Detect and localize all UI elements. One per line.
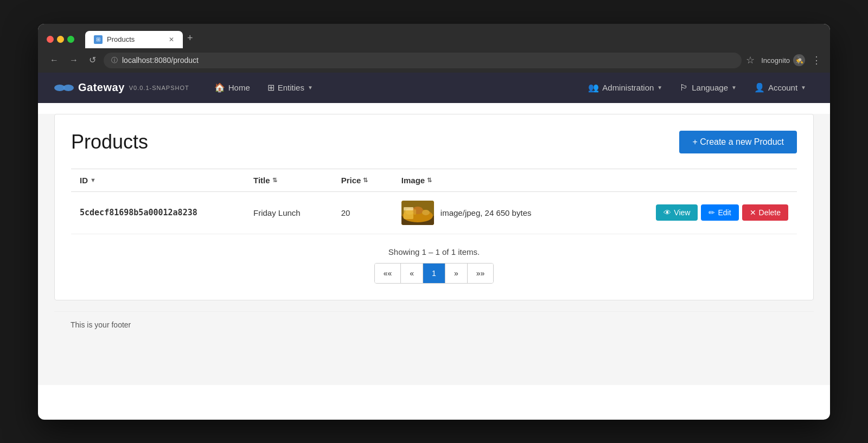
next-page-button[interactable]: » <box>445 264 468 283</box>
col-header-price[interactable]: Price ⇅ <box>333 169 393 191</box>
account-chevron-icon: ▼ <box>801 85 806 91</box>
incognito-label: Incognito <box>761 56 790 65</box>
last-page-button[interactable]: »» <box>468 264 494 283</box>
entities-icon: ⊞ <box>267 82 275 93</box>
cell-title: Friday Lunch <box>245 191 333 234</box>
col-header-id[interactable]: ID ▼ <box>71 169 245 191</box>
reload-button[interactable]: ↺ <box>86 54 99 67</box>
incognito-badge: Incognito 🕵 <box>761 54 805 66</box>
language-icon: 🏳 <box>680 83 688 93</box>
page-header: Products + Create a new Product <box>71 131 797 153</box>
table-header-row: ID ▼ Title ⇅ Price <box>71 169 797 191</box>
image-cell: image/jpeg, 24 650 bytes <box>401 201 585 225</box>
edit-button[interactable]: ✏ Edit <box>701 204 738 221</box>
administration-icon: 👥 <box>588 82 599 93</box>
nav-item-administration[interactable]: 👥 Administration ▼ <box>580 78 670 97</box>
browser-titlebar: ⊞ Products ✕ + <box>38 24 830 48</box>
price-sort-control[interactable]: Price ⇅ <box>341 176 368 185</box>
prev-page-button[interactable]: « <box>401 264 423 283</box>
create-product-button[interactable]: + Create a new Product <box>679 131 797 153</box>
security-icon: ⓘ <box>111 56 118 65</box>
image-info-text: image/jpeg, 24 650 bytes <box>441 208 532 217</box>
administration-chevron-icon: ▼ <box>657 85 662 91</box>
page-inner: Products + Create a new Product ID ▼ <box>54 114 814 300</box>
nav-language-label: Language <box>692 83 728 92</box>
table-body: 5cdecf81698b5a00012a8238 Friday Lunch 20 <box>71 191 797 234</box>
data-table: ID ▼ Title ⇅ Price <box>71 169 797 234</box>
page-footer: This is your footer <box>54 311 814 338</box>
menu-icon[interactable]: ⋮ <box>812 54 821 66</box>
minimize-traffic-light[interactable] <box>57 36 64 43</box>
cell-price: 20 <box>333 191 393 234</box>
first-page-button[interactable]: «« <box>375 264 401 283</box>
traffic-lights <box>47 36 74 43</box>
address-bar[interactable]: ⓘ localhost:8080/product <box>104 53 742 68</box>
col-header-actions <box>593 169 797 191</box>
browser-chrome: ⊞ Products ✕ + ← → ↺ ⓘ localhost:8080/pr… <box>38 24 830 73</box>
url-display: localhost:8080/product <box>122 56 199 65</box>
title-sort-arrow: ⇅ <box>272 177 277 184</box>
svg-point-1 <box>63 85 74 91</box>
tab-close-button[interactable]: ✕ <box>169 36 174 43</box>
table-header: ID ▼ Title ⇅ Price <box>71 169 797 191</box>
nav-right: 👥 Administration ▼ 🏳 Language ▼ 👤 Accoun… <box>580 78 814 97</box>
col-header-title[interactable]: Title ⇅ <box>245 169 333 191</box>
logo-icon <box>54 82 74 93</box>
nav-item-language[interactable]: 🏳 Language ▼ <box>672 79 744 97</box>
active-tab[interactable]: ⊞ Products ✕ <box>85 31 183 48</box>
nav-home-label: Home <box>228 83 250 92</box>
toolbar-right: ☆ Incognito 🕵 ⋮ <box>746 54 821 66</box>
nav-item-home[interactable]: 🏠 Home <box>207 78 258 97</box>
image-sort-arrow: ⇅ <box>427 177 432 184</box>
forward-button[interactable]: → <box>66 54 81 67</box>
nav-items: 🏠 Home ⊞ Entities ▼ <box>207 78 581 97</box>
maximize-traffic-light[interactable] <box>67 36 74 43</box>
col-header-image[interactable]: Image ⇅ <box>393 169 593 191</box>
id-sort-control[interactable]: ID ▼ <box>80 176 96 185</box>
svg-rect-10 <box>404 207 413 210</box>
col-id-label: ID <box>80 176 88 185</box>
title-sort-control[interactable]: Title ⇅ <box>253 176 277 185</box>
app-nav: Gateway v0.0.1-SNAPSHOT 🏠 Home ⊞ Entitie… <box>38 73 830 103</box>
current-page-button[interactable]: 1 <box>423 264 445 283</box>
pagination-area: Showing 1 – 1 of 1 items. «« « 1 » »» <box>71 247 797 284</box>
pagination-info: Showing 1 – 1 of 1 items. <box>388 247 480 256</box>
price-sort-arrow: ⇅ <box>363 177 368 184</box>
language-chevron-icon: ▼ <box>731 85 737 91</box>
col-image-label: Image <box>401 176 425 185</box>
nav-administration-label: Administration <box>602 83 654 92</box>
action-buttons: 👁 View ✏ Edit ✕ Delete <box>602 204 788 221</box>
cell-actions: 👁 View ✏ Edit ✕ Delete <box>593 191 797 234</box>
page-content: Products + Create a new Product ID ▼ <box>38 114 830 385</box>
logo-text: Gateway <box>78 81 125 94</box>
logo-version: v0.0.1-SNAPSHOT <box>129 85 189 91</box>
browser-tabs: ⊞ Products ✕ + <box>85 30 821 48</box>
view-label: View <box>674 208 690 217</box>
back-button[interactable]: ← <box>47 54 62 67</box>
id-sort-arrow: ▼ <box>90 177 96 183</box>
bookmark-icon[interactable]: ☆ <box>746 54 755 66</box>
cell-image: image/jpeg, 24 650 bytes <box>393 191 593 234</box>
nav-item-entities[interactable]: ⊞ Entities ▼ <box>260 78 321 97</box>
delete-label: Delete <box>759 208 781 217</box>
footer-text: This is your footer <box>71 320 131 329</box>
app-logo: Gateway v0.0.1-SNAPSHOT <box>54 81 189 94</box>
product-thumbnail <box>401 201 434 225</box>
delete-button[interactable]: ✕ Delete <box>742 204 788 221</box>
tab-title: Products <box>107 35 135 43</box>
tab-favicon: ⊞ <box>94 35 103 44</box>
image-sort-control[interactable]: Image ⇅ <box>401 176 432 185</box>
cell-id: 5cdecf81698b5a00012a8238 <box>71 191 245 234</box>
home-icon: 🏠 <box>214 82 225 93</box>
entities-chevron-icon: ▼ <box>308 85 313 91</box>
new-tab-button[interactable]: + <box>183 30 197 46</box>
page-title: Products <box>71 131 148 153</box>
view-button[interactable]: 👁 View <box>656 204 698 221</box>
nav-item-account[interactable]: 👤 Account ▼ <box>746 78 814 97</box>
browser-window: ⊞ Products ✕ + ← → ↺ ⓘ localhost:8080/pr… <box>38 24 830 420</box>
account-icon: 👤 <box>754 82 765 93</box>
table-row: 5cdecf81698b5a00012a8238 Friday Lunch 20 <box>71 191 797 234</box>
col-price-label: Price <box>341 176 361 185</box>
close-traffic-light[interactable] <box>47 36 54 43</box>
view-icon: 👁 <box>663 208 671 217</box>
